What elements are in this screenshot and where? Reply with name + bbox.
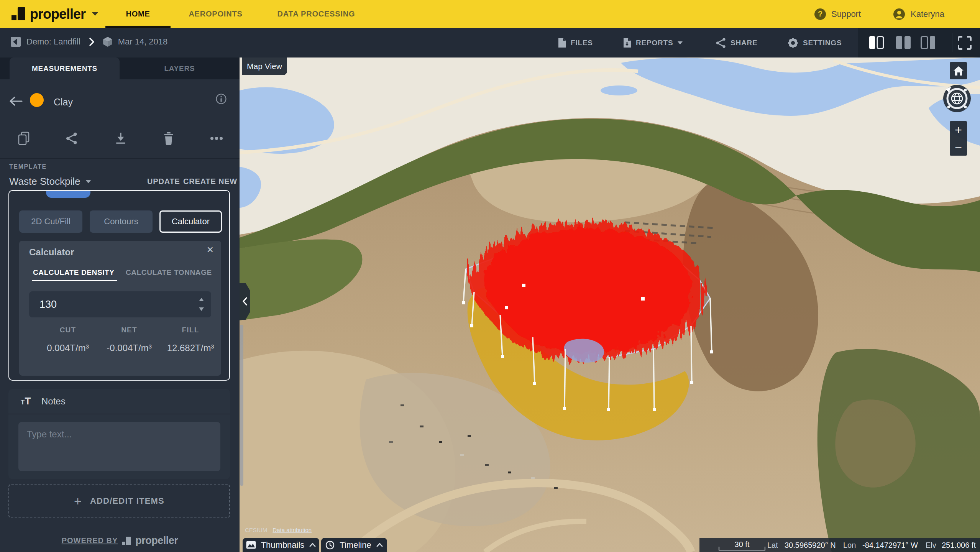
compass-navigation-ball[interactable] (943, 84, 971, 113)
more-options-button[interactable] (207, 129, 226, 148)
breadcrumb: Demo: Landfill Mar 14, 2018 (10, 36, 167, 47)
active-calc-tab-underline (32, 280, 117, 281)
support-button[interactable]: ? Support (814, 0, 861, 28)
update-button[interactable]: UPDATE (147, 177, 180, 186)
template-section-label: TEMPLATE (9, 163, 47, 170)
delete-button[interactable] (159, 129, 178, 148)
chevron-down-icon (92, 12, 98, 16)
propeller-logo-icon (122, 537, 131, 545)
report-file-icon (623, 38, 631, 48)
scale-bracket (719, 547, 765, 550)
timeline-tab[interactable]: Timeline (321, 538, 387, 552)
propeller-app: propeller HOME AEROPOINTS DATA PROCESSIN… (0, 0, 980, 552)
layout-right-panel-button[interactable] (920, 35, 936, 50)
powered-by-footer: POWERED BY propeller (0, 535, 240, 547)
layout-single-panel-button[interactable] (868, 35, 885, 50)
measurement-color-dot[interactable] (30, 93, 44, 107)
tab-home[interactable]: HOME (105, 0, 171, 28)
sidebar-collapse-button[interactable] (240, 283, 250, 320)
chevron-up-icon (376, 543, 383, 547)
view-tab-2d-cutfill[interactable]: 2D Cut/Fill (19, 210, 82, 233)
view-tab-calculator[interactable]: Calculator (159, 210, 222, 233)
lat-label: Lat (767, 541, 778, 550)
measurement-header: Clay (0, 90, 240, 113)
notes-panel: TT Notes (8, 389, 230, 479)
template-select[interactable]: Waste Stockpile (9, 176, 91, 187)
result-net: NET -0.004T/m³ (98, 326, 160, 353)
settings-button[interactable]: SETTINGS (788, 28, 842, 58)
user-menu[interactable]: Kateryna (893, 0, 944, 28)
dataset-cube-icon (103, 36, 113, 47)
powered-by-link[interactable]: POWERED BY (62, 536, 118, 545)
measurement-sidebar: MEASUREMENTS LAYERS Clay (0, 58, 240, 552)
chevron-down-icon (678, 41, 683, 44)
info-icon[interactable] (215, 93, 227, 105)
result-cut: CUT 0.004T/m³ (37, 326, 98, 353)
view-tab-contours[interactable]: Contours (90, 210, 153, 233)
files-button[interactable]: FILES (558, 28, 593, 58)
tab-aeropoints[interactable]: AEROPOINTS (180, 0, 251, 28)
sites-icon[interactable] (10, 36, 21, 47)
calculator-panel: Calculator × CALCULATE DENSITY CALCULATE… (19, 241, 221, 376)
chevron-down-icon (85, 180, 91, 183)
site-name[interactable]: Demo: Landfill (26, 37, 80, 47)
logo-text: propeller (30, 6, 85, 22)
tab-measurements[interactable]: MEASUREMENTS (10, 58, 120, 79)
map-view-container: Map View + − CESIUM (240, 58, 980, 552)
layout-split-panel-button[interactable] (895, 35, 911, 50)
method-toggle-pill[interactable] (46, 190, 90, 198)
survey-date[interactable]: Mar 14, 2018 (118, 37, 168, 47)
share-button[interactable]: SHARE (716, 28, 758, 58)
map-status-bar: 30 ft Lat 30.5965920° N Lon -84.1472971°… (699, 538, 980, 552)
zoom-in-button[interactable]: + (950, 121, 967, 138)
notes-header: TT Notes (8, 389, 230, 414)
density-input-wrap (29, 291, 211, 317)
scale-indicator: 30 ft (716, 538, 768, 552)
zoom-controls: + − (950, 121, 967, 156)
thumbnails-tab[interactable]: Thumbnails (243, 538, 319, 552)
top-nav-bar: propeller HOME AEROPOINTS DATA PROCESSIN… (0, 0, 980, 28)
duplicate-button[interactable] (14, 129, 33, 148)
image-icon (246, 541, 256, 549)
tab-calculate-density[interactable]: CALCULATE DENSITY (33, 268, 115, 277)
download-button[interactable] (111, 129, 130, 148)
map-canvas[interactable] (240, 58, 980, 552)
lon-label: Lon (843, 541, 856, 550)
chevron-right-icon (89, 38, 94, 46)
notes-input[interactable] (18, 422, 220, 471)
close-icon[interactable]: × (207, 244, 213, 255)
chevron-up-icon (309, 543, 316, 547)
plus-icon: + (74, 495, 82, 508)
zoom-out-button[interactable]: − (950, 138, 967, 156)
spinner-up-icon[interactable] (197, 296, 205, 302)
data-attribution-link[interactable]: Data attribution (272, 527, 312, 533)
density-input[interactable] (29, 291, 211, 317)
reports-button[interactable]: REPORTS (623, 28, 683, 58)
divider (952, 33, 952, 52)
measurement-actions (0, 127, 240, 150)
elv-value: 251.006 ft (942, 541, 976, 550)
propeller-logo[interactable]: propeller (11, 0, 98, 28)
lon-value: -84.1472971° W (862, 541, 918, 550)
text-icon: TT (21, 395, 31, 407)
calculator-title: Calculator (29, 247, 74, 258)
measurement-name: Clay (54, 97, 73, 108)
spinner-down-icon[interactable] (197, 306, 205, 312)
cesium-brand: CESIUM (245, 527, 267, 533)
share-measurement-button[interactable] (62, 129, 81, 148)
lat-value: 30.5965920° N (785, 541, 836, 550)
create-new-button[interactable]: CREATE NEW (183, 177, 237, 186)
workspace-toolbar: Demo: Landfill Mar 14, 2018 FILES REPORT… (0, 28, 980, 58)
tab-data-processing[interactable]: DATA PROCESSING (270, 0, 362, 28)
add-edit-items-button[interactable]: + ADD/EDIT ITEMS (8, 484, 230, 518)
home-view-button[interactable] (950, 62, 967, 79)
map-view-label: Map View (242, 58, 287, 75)
sidebar-scrollbar[interactable] (240, 325, 243, 486)
fullscreen-button[interactable] (957, 36, 973, 50)
file-icon (558, 38, 566, 48)
back-button[interactable] (8, 96, 23, 107)
sidebar-tab-row: MEASUREMENTS LAYERS (0, 58, 240, 79)
tab-layers[interactable]: LAYERS (120, 58, 240, 79)
result-fill: FILL 12.682T/m³ (160, 326, 221, 353)
tab-calculate-tonnage[interactable]: CALCULATE TONNAGE (126, 268, 212, 277)
